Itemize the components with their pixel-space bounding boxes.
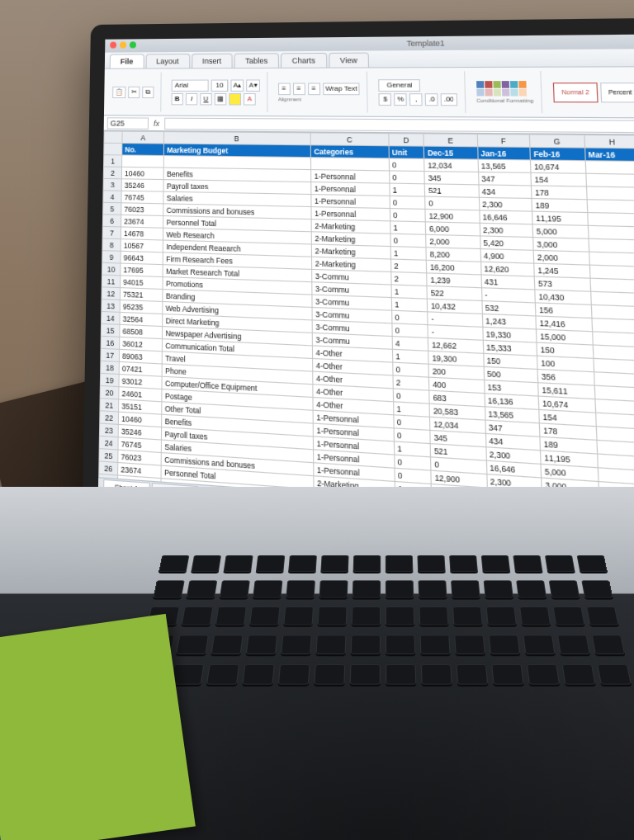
cell[interactable]: 1 [390,221,427,234]
cell[interactable]: Unit [389,146,424,159]
cell[interactable]: 3,000 [533,238,589,252]
cell[interactable]: 154 [531,172,586,186]
cell[interactable] [311,158,390,171]
cell[interactable] [586,186,634,201]
cell[interactable]: 2,000 [426,234,480,248]
cell[interactable] [587,213,634,227]
row-header[interactable]: 24 [99,436,118,450]
cell[interactable]: 5,420 [480,236,533,250]
cell[interactable]: 96643 [121,251,163,264]
tab-layout[interactable]: Layout [145,54,190,68]
cell[interactable]: 347 [478,172,532,185]
row-header[interactable] [104,143,122,155]
cell[interactable]: 10,674 [531,160,586,173]
cell[interactable]: 76745 [121,191,163,204]
row-header[interactable]: 9 [102,251,121,263]
cell[interactable]: 0 [390,234,427,248]
window-controls[interactable] [110,41,136,48]
cell[interactable] [587,200,634,214]
fx-icon[interactable]: fx [154,119,159,127]
close-icon[interactable] [110,42,116,49]
increase-font-button[interactable]: A▴ [230,79,244,91]
cell[interactable]: 2,300 [479,197,532,211]
align-right-button[interactable]: ≡ [308,83,320,95]
cell[interactable]: 6,000 [426,222,480,236]
row-header[interactable]: 18 [101,361,120,374]
row-header[interactable]: 12 [102,287,121,300]
row-header[interactable]: 5 [103,202,121,215]
cell[interactable]: No. [122,144,164,156]
cell[interactable]: 11,195 [532,211,588,225]
color-scale-icon[interactable] [476,81,533,96]
cell[interactable]: 0 [392,323,428,338]
cell[interactable]: Categories [311,145,390,158]
cell[interactable]: 12,034 [424,158,478,172]
col-A[interactable]: A [122,131,164,144]
col-G[interactable]: G [530,134,585,148]
row-header[interactable]: 25 [99,449,118,463]
font-name-select[interactable]: Arial [172,79,209,91]
row-header[interactable]: 14 [102,311,121,324]
row-header[interactable]: 13 [102,300,121,313]
fill-color-button[interactable] [229,92,241,105]
cell[interactable]: 35246 [121,179,163,191]
row-header[interactable]: 23 [99,423,118,437]
cut-button[interactable]: ✂ [128,86,140,97]
align-left-button[interactable]: ≡ [278,83,291,95]
cell[interactable]: 23674 [121,215,163,228]
cell[interactable]: 2 [391,271,428,286]
cell[interactable]: 1 [391,285,428,299]
cell[interactable] [588,225,634,240]
col-D[interactable]: D [389,134,424,146]
row-header[interactable]: 10 [102,262,121,275]
grid[interactable]: A B C D E F G H No. [98,131,634,517]
copy-button[interactable]: ⧉ [142,86,154,97]
row-header[interactable]: 7 [102,226,121,238]
row-header[interactable]: 17 [101,348,120,361]
align-center-button[interactable]: ≡ [293,83,305,95]
number-format-select[interactable]: General [379,79,421,92]
row-header[interactable]: 21 [100,399,119,413]
row-header[interactable]: 16 [101,336,120,349]
decrease-font-button[interactable]: A▾ [247,79,260,92]
comma-button[interactable]: , [409,93,423,106]
row-header[interactable]: 1 [103,155,121,168]
cell[interactable]: 1 [390,247,427,261]
col-F[interactable]: F [477,134,530,148]
row-header[interactable]: 6 [102,215,121,227]
style-percent2[interactable]: Percent 2 [600,83,634,102]
cell[interactable]: 16,646 [479,210,532,224]
cell[interactable]: 0 [391,310,428,324]
row-header[interactable]: 2 [103,167,121,179]
minimize-icon[interactable] [120,41,126,48]
percent-button[interactable]: % [395,93,408,106]
cell[interactable]: 1 [391,298,428,312]
row-header[interactable]: 26 [99,461,118,475]
tab-tables[interactable]: Tables [234,53,279,68]
cell[interactable]: 189 [532,198,587,212]
cell[interactable]: Feb-16 [530,147,585,160]
cell[interactable]: Jan-16 [477,147,530,160]
col-H[interactable]: H [584,135,634,149]
cell[interactable]: 76023 [121,203,163,216]
cell[interactable]: 178 [532,186,587,200]
cell[interactable]: 12,900 [425,209,479,223]
row-header[interactable]: 11 [102,275,121,288]
cell[interactable]: 1-Personnal [311,170,390,184]
cell[interactable]: 345 [424,172,478,185]
zoom-icon[interactable] [130,41,136,48]
col-E[interactable]: E [423,134,477,147]
cell[interactable]: 10567 [121,239,163,252]
border-button[interactable]: ▦ [215,92,227,104]
row-header[interactable]: 3 [103,178,121,191]
cell[interactable]: 0 [389,171,424,184]
select-all-corner[interactable] [104,131,122,143]
wrap-text-button[interactable]: Wrap Text [323,83,360,95]
cell[interactable]: 13,565 [478,159,532,172]
row-header[interactable]: 20 [100,385,119,399]
cell[interactable]: Mar-16 [584,148,634,161]
cell[interactable] [585,173,634,187]
underline-button[interactable]: U [200,92,211,104]
cell[interactable]: 14678 [121,227,163,240]
col-C[interactable]: C [310,133,388,146]
